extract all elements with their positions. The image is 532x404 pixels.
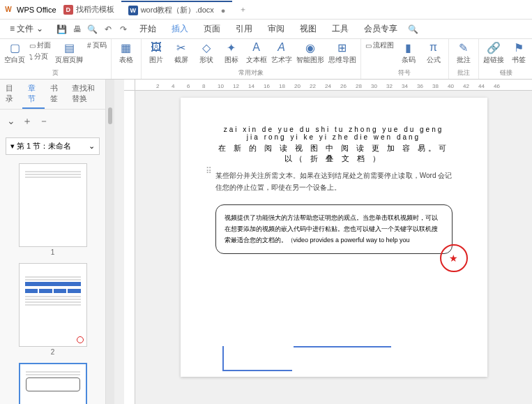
equation-button[interactable]: π公式	[423, 40, 444, 65]
menu-page[interactable]: 页面	[198, 23, 226, 35]
tab-label: 找稻壳模板	[76, 4, 114, 15]
add-icon[interactable]: ＋	[22, 115, 32, 128]
icons-button[interactable]: ✦图标	[221, 40, 242, 65]
sidebar-tab-chapter[interactable]: 章节	[22, 80, 45, 109]
search-icon[interactable]: 🔍	[407, 23, 420, 36]
chevron-down-icon: ⌄	[89, 142, 95, 151]
callout-box[interactable]: 视频提供了功能强大的方法帮助您证明您的观点。当您单击联机视频时，可以在想要添加的…	[215, 204, 453, 254]
menu-view[interactable]: 视图	[294, 23, 322, 35]
table-button[interactable]: ▦表格	[116, 40, 137, 65]
menu-member[interactable]: 会员专享	[358, 23, 403, 35]
blank-page-button[interactable]: ▢空白页	[4, 40, 25, 65]
tab-document[interactable]: W word教程（新）.docx ●	[121, 1, 233, 18]
thumbnail-list: 1 2 3	[0, 159, 105, 404]
mindmap-button[interactable]: ⊞思维导图	[328, 40, 356, 65]
picture-button[interactable]: 🖼图片	[146, 40, 167, 65]
page-thumb-1[interactable]	[19, 163, 87, 247]
sidebar-tools: ⌄ ＋ －	[0, 110, 105, 133]
hyperlink-button[interactable]: 🔗超链接	[483, 40, 504, 65]
page-thumb-3[interactable]	[19, 363, 87, 404]
section-selector[interactable]: ▾ 第 1 节：未命名 ⌄	[6, 137, 100, 155]
page-3[interactable]: ⠿ zai xin de yue du shi tu zhong yue du …	[181, 98, 487, 377]
app-name: WPS Office	[17, 6, 56, 14]
comment-button[interactable]: ✎批注	[453, 40, 474, 65]
vertical-ruler[interactable]	[124, 91, 135, 404]
menubar: ≡ 文件 ⌄ 💾 🖶 🔍 ↶ ↷ 开始 插入 页面 引用 审阅 视图 工具 会员…	[0, 20, 532, 39]
shapes-button[interactable]: ◇形状	[196, 40, 217, 65]
sidebar-resize-handle[interactable]	[106, 80, 114, 404]
titlebar: W WPS Office D 找稻壳模板 W word教程（新）.docx ● …	[0, 0, 532, 20]
smartart-button[interactable]: ◉智能图形	[296, 40, 324, 65]
blue-shape[interactable]	[222, 346, 292, 371]
horizontal-ruler[interactable]: 2468101214161820222426283032343638404244…	[135, 80, 532, 91]
barcode-button[interactable]: ▮条码	[398, 40, 419, 65]
pinyin-text: zai xin de yue du shi tu zhong yue du ge…	[215, 126, 453, 141]
page-thumb-2[interactable]	[19, 263, 87, 347]
sidebar-tab-bookmark[interactable]: 书签	[45, 80, 67, 109]
close-icon[interactable]: ●	[221, 6, 226, 15]
sidebar-tab-toc[interactable]: 目录	[0, 80, 22, 109]
header-footer-button[interactable]: ▤页眉页脚	[55, 40, 83, 65]
cover-button[interactable]: ▭ 封面	[29, 40, 51, 50]
undo-icon[interactable]: ↶	[102, 23, 114, 36]
menu-review[interactable]: 审阅	[262, 23, 290, 35]
menu-tools[interactable]: 工具	[326, 23, 354, 35]
menu-reference[interactable]: 引用	[230, 23, 258, 35]
pages-viewport[interactable]: ⠿ zai xin de yue du shi tu zhong yue du …	[135, 91, 532, 404]
add-tab-button[interactable]: ＋	[232, 1, 254, 17]
textbox-button[interactable]: A文本框	[246, 40, 267, 65]
word-icon: W	[128, 6, 138, 15]
drag-handle-icon[interactable]: ⠿	[206, 166, 212, 176]
redo-icon[interactable]: ↷	[117, 23, 130, 36]
tab-label: word教程（新）.docx	[141, 5, 214, 15]
remove-icon[interactable]: －	[39, 115, 49, 128]
screenshot-button[interactable]: ✂截屏	[171, 40, 192, 65]
collapse-icon[interactable]: ⌄	[7, 115, 15, 128]
flowchart-button[interactable]: ▭ 流程图	[365, 40, 394, 50]
page-break-button[interactable]: ⤵ 分页	[29, 52, 51, 61]
ribbon: ▢空白页 ▭ 封面 ⤵ 分页 ▤页眉页脚 # 页码 页 ▦表格 🖼图片 ✂截屏 …	[0, 39, 532, 80]
wordart-button[interactable]: A艺术字	[271, 40, 292, 65]
print-icon[interactable]: 🖶	[71, 23, 84, 36]
app-logo-icon: W	[3, 4, 14, 15]
ruler-corner	[124, 80, 135, 91]
file-menu[interactable]: ≡ 文件 ⌄	[4, 23, 49, 35]
menu-start[interactable]: 开始	[134, 23, 162, 35]
sidebar-tabs: 目录 章节 书签 查找和替换	[0, 80, 105, 110]
sidebar: 目录 章节 书签 查找和替换 ⌄ ＋ － ▾ 第 1 节：未命名 ⌄ 1	[0, 80, 106, 404]
document-canvas: 2468101214161820222426283032343638404244…	[114, 80, 532, 404]
hanzi-text: 在 新 的 阅 读 视 图 中 阅 读 更 加 容 易。可 以（ 折 叠 文 档…	[215, 143, 453, 164]
bookmark-button[interactable]: ⚑书签	[508, 40, 529, 65]
paragraph-1[interactable]: 某些部分并关注所需文本。如果在达到结尾处之前需要停止读取，Word 会记住您的停…	[215, 170, 453, 193]
stamp-icon	[440, 244, 468, 272]
tab-template[interactable]: D 找稻壳模板	[56, 1, 121, 17]
sidebar-tab-find[interactable]: 查找和替换	[66, 80, 105, 109]
save-icon[interactable]: 💾	[56, 23, 68, 36]
preview-icon[interactable]: 🔍	[86, 23, 99, 36]
doc-icon: D	[63, 5, 73, 15]
page-number-button[interactable]: # 页码	[87, 40, 107, 50]
menu-insert[interactable]: 插入	[166, 23, 194, 35]
